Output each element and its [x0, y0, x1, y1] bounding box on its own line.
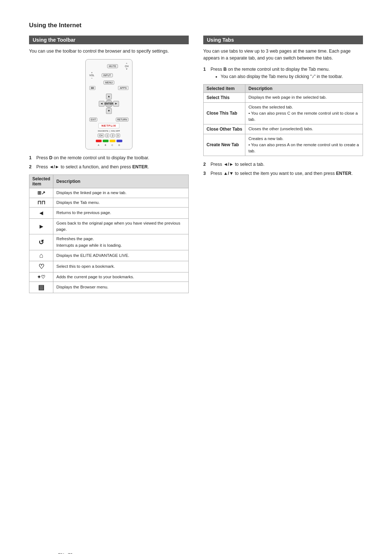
tabs-table-body: Select ThisDisplays the web page in the …: [204, 93, 363, 156]
toolbar-row-desc: Returns to the previous page.: [53, 207, 189, 218]
remote-exit-return-row: EXIT RETURN: [89, 118, 128, 122]
ch-btn: CH: [98, 134, 104, 138]
tabs-col2-header: Description: [245, 85, 363, 93]
ch-control: ^ CH v: [125, 62, 128, 70]
btn-c: [110, 140, 115, 142]
step2-num: 2: [29, 164, 34, 171]
remote-menu-row: MENU: [89, 81, 128, 85]
step2-key: ◄/►: [49, 164, 59, 169]
add-bookmark-icon: ✦♡: [29, 272, 53, 282]
toolbar-table-body: ⊞↗Displays the linked page in a new tab.…: [29, 188, 189, 293]
ch-label: CH: [125, 65, 128, 67]
btn-b: [103, 140, 109, 142]
tabs-step3-key: ▲/▼: [223, 171, 233, 176]
fav-app-label: FAV APP: [111, 130, 120, 132]
tabs-table-header-row: Selected item Description: [204, 85, 363, 93]
toolbar-table-row: ⊞↗Displays the linked page in a new tab.: [29, 188, 189, 198]
home-icon: ⌂: [29, 250, 53, 261]
toolbar-col2-header: Description: [53, 175, 189, 188]
step1-key: D: [49, 155, 52, 160]
refresh-icon: ↺: [29, 234, 53, 250]
tabs-section-header: Using Tabs: [203, 36, 363, 44]
remote-3d-apps-row: 3D APPS: [89, 86, 128, 90]
remote-abcd-labels: A B C D: [96, 144, 122, 146]
tab-menu-icon: ⊓⊓: [29, 198, 53, 207]
back-icon: ◂: [29, 207, 53, 218]
tabs-row-desc: Closes the other (unselected) tabs.: [245, 124, 363, 134]
vol-label: VOL: [89, 74, 94, 77]
mute-btn: MUTE: [107, 64, 118, 68]
tabs-table-row: Close Other TabsCloses the other (unsele…: [204, 124, 363, 134]
tabs-steps-2-3: 2 Press ◄/► to select a tab. 3 Press ▲/▼…: [203, 161, 363, 177]
tabs-step2-num: 2: [203, 161, 208, 168]
ch-dn: v: [126, 67, 127, 70]
ch-up: ^: [126, 62, 127, 65]
tabs-step1-num: 1: [203, 66, 208, 73]
tabs-section: Using Tabs You can use tabs to view up t…: [203, 36, 363, 298]
toolbar-table: Selected item Description ⊞↗Displays the…: [29, 175, 189, 293]
apps-btn: APPS: [118, 86, 128, 90]
toolbar-table-row: ♡Select this to open a bookmark.: [29, 261, 189, 272]
browser-menu-icon: ▤: [29, 282, 53, 293]
tabs-step2-content: Press ◄/► to select a tab.: [211, 161, 363, 168]
toolbar-table-header-row: Selected item Description: [29, 175, 189, 188]
remote-fav-row: FAVORITE | FAV APP: [98, 130, 120, 132]
label-a: A: [96, 144, 102, 146]
step1-content: Press D on the remote control unit to di…: [36, 155, 189, 161]
remote-illustration: MUTE ^ CH v + VOL –: [29, 59, 189, 149]
return-btn: RETURN: [116, 118, 128, 122]
toolbar-row-desc: Displays the Browser menu.: [53, 282, 189, 293]
step1-num: 1: [29, 155, 34, 161]
toolbar-steps: 1 Press D on the remote control unit to …: [29, 155, 189, 171]
remote-vol-row: + VOL – INPUT: [89, 71, 128, 79]
remote-num-row: CH 1 2 3: [98, 134, 120, 138]
label-b: B: [103, 144, 109, 146]
page-wrapper: Using the Internet Using the Toolbar You…: [29, 22, 363, 554]
label-d: D: [117, 144, 122, 146]
label-c: C: [110, 144, 115, 146]
toolbar-section: Using the Toolbar You can use the toolba…: [29, 36, 189, 298]
netflix-btn: NETFLIX: [98, 123, 119, 128]
remote-top-row: MUTE ^ CH v: [89, 62, 128, 70]
dpad-down: ▼: [106, 108, 112, 114]
3d-btn: 3D: [89, 86, 95, 90]
toolbar-section-header: Using the Toolbar: [29, 36, 189, 44]
tabs-step1-content: Press B on the remote control unit to di…: [211, 66, 363, 80]
dpad-enter: ENTER: [105, 100, 113, 108]
toolbar-row-desc: Select this to open a bookmark.: [53, 261, 189, 272]
toolbar-table-row: ▤Displays the Browser menu.: [29, 282, 189, 293]
tabs-table-row: Create New TabCreates a new tab. • You c…: [204, 134, 363, 156]
toolbar-row-desc: Displays the ELITE ADVANTAGE LIVE.: [53, 250, 189, 261]
tabs-row-item: Close This Tab: [204, 102, 245, 124]
tabs-section-desc: You can use tabs to view up to 3 web pag…: [203, 48, 363, 62]
remote-control: MUTE ^ CH v + VOL –: [85, 59, 132, 149]
toolbar-step2: 2 Press ◄/► to select a function, and th…: [29, 164, 189, 171]
tabs-row-item: Close Other Tabs: [204, 124, 245, 134]
btn-a: [96, 140, 102, 142]
toolbar-table-row: ✦♡Adds the current page to your bookmark…: [29, 272, 189, 282]
num3-btn: 3: [116, 134, 120, 138]
toolbar-step1: 1 Press D on the remote control unit to …: [29, 155, 189, 161]
tabs-table: Selected item Description Select ThisDis…: [203, 84, 363, 156]
dpad-right: ►: [113, 101, 119, 107]
tabs-step3-key2: ENTER: [336, 171, 351, 176]
toolbar-row-desc: Goes back to the original page when you …: [53, 218, 189, 234]
tabs-step2-key: ◄/►: [223, 162, 233, 167]
tabs-row-item: Select This: [204, 93, 245, 102]
input-btn: INPUT: [102, 73, 113, 77]
forward-icon: ▸: [29, 218, 53, 234]
dpad: ▲ ◄ ENTER ► ▼: [98, 93, 120, 115]
toolbar-table-row: ◂Returns to the previous page.: [29, 207, 189, 218]
vol-control: + VOL –: [89, 71, 94, 79]
toolbar-section-desc: You can use the toolbar to control the b…: [29, 48, 189, 55]
tabs-row-desc: Displays the web page in the selected ta…: [245, 93, 363, 102]
toolbar-table-row: ⌂Displays the ELITE ADVANTAGE LIVE.: [29, 250, 189, 261]
step2-key2: ENTER: [132, 164, 147, 169]
remote-color-btns: [96, 140, 122, 142]
toolbar-row-desc: Displays the linked page in a new tab.: [53, 188, 189, 198]
tabs-row-desc: Closes the selected tab. • You can also …: [245, 102, 363, 124]
bookmark-icon: ♡: [29, 261, 53, 272]
exit-btn: EXIT: [89, 118, 97, 122]
tabs-table-row: Close This TabCloses the selected tab. •…: [204, 102, 363, 124]
dpad-left: ◄: [99, 101, 105, 107]
